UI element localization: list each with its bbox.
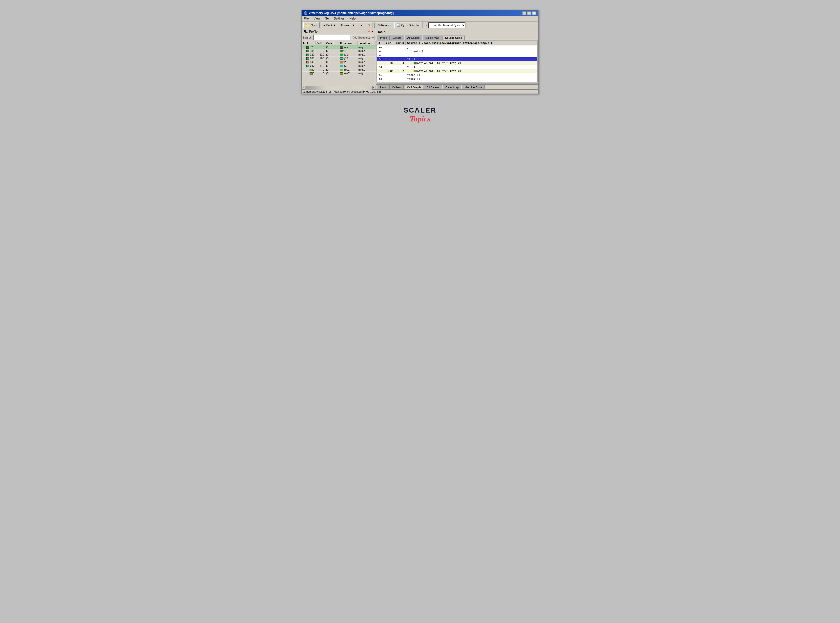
cg-scroll-left[interactable]: ◄ — [377, 83, 380, 84]
col-function[interactable]: Function — [339, 41, 357, 45]
up-button[interactable]: ▲ Up ▼ — [358, 22, 373, 28]
menu-help[interactable]: Help — [349, 16, 357, 21]
source-row[interactable]: 140 7 Active call to 'f2' (mfg.c) — [377, 69, 537, 73]
separator-2 — [424, 23, 424, 28]
tab-callers[interactable]: Callers — [390, 35, 404, 40]
src-color — [414, 70, 417, 72]
src-curBk — [394, 81, 406, 83]
menu-file[interactable]: File — [303, 16, 309, 21]
close-button[interactable]: ✕ — [532, 11, 536, 15]
scroll-left-button[interactable]: ◄ — [302, 86, 305, 90]
cell-function: g11 — [339, 53, 357, 57]
scroll-right-button[interactable]: ► — [372, 86, 376, 90]
src-color — [414, 62, 417, 64]
tab-parts[interactable]: Parts — [377, 85, 389, 89]
source-tbody: 47 } 48 int main() 49 { 50 f1(); 388 34 — [377, 45, 537, 83]
source-row[interactable]: 52 freeX(); — [377, 73, 537, 77]
src-source: Active call to 'f2' (mfg.c) — [406, 69, 537, 73]
source-row[interactable]: 54 return 0; — [377, 81, 537, 83]
source-row[interactable]: 50 f1(); — [377, 57, 537, 61]
left-panel: Flat Profile 📌 ✕ Search: (No Grouping) — [302, 29, 376, 89]
col-incl[interactable]: Incl. — [302, 41, 315, 45]
cell-self: 140 — [315, 64, 325, 68]
watermark-topics: Topics — [410, 114, 430, 123]
table-row[interactable]: 0 0 (0) freeY mfg.c — [302, 71, 376, 75]
relative-button[interactable]: % Relative — [376, 22, 394, 28]
cg-scroll-right[interactable]: ► — [531, 83, 534, 84]
menu-settings[interactable]: Settings — [333, 16, 345, 21]
cg-h-track[interactable] — [380, 83, 531, 84]
source-row[interactable]: 49 { — [377, 53, 537, 57]
col-self[interactable]: Self — [315, 41, 325, 45]
menu-bar: File View Go Settings Help — [302, 16, 538, 21]
scroll-up-button[interactable]: ▲ — [534, 84, 538, 84]
forward-button[interactable]: Forward ▼ — [339, 22, 357, 28]
tab-call-graph[interactable]: Call Graph — [404, 85, 423, 89]
tab-callee-map[interactable]: Callee Map — [423, 35, 442, 40]
minimize-button[interactable]: _ — [522, 11, 526, 15]
col-called[interactable]: Called — [325, 41, 339, 45]
source-row[interactable]: 47 } — [377, 45, 537, 49]
table-row[interactable]: 0 0 (0) freeX mfg.c — [302, 68, 376, 71]
color-indicator — [306, 65, 309, 68]
cell-incl: 0 — [302, 68, 315, 71]
cell-location: mfg.c — [357, 64, 376, 68]
table-row[interactable]: 388 0 (0) f1 mfg.c — [302, 49, 376, 53]
col-location[interactable]: Location — [357, 41, 376, 45]
h-scroll-track[interactable] — [305, 86, 372, 90]
cell-called: (0) — [325, 71, 339, 75]
tab-caller-map[interactable]: Caller Map — [443, 85, 461, 89]
search-input[interactable] — [313, 35, 350, 40]
maximize-button[interactable]: □ — [527, 11, 531, 15]
menu-go[interactable]: Go — [324, 16, 330, 21]
src-line: 52 — [377, 73, 385, 77]
table-row[interactable]: 528 0 (0) main mfg.c — [302, 45, 376, 49]
table-row[interactable]: 140 0 (0) f2 mfg.c — [302, 60, 376, 64]
tab-all-callees[interactable]: All Callees — [424, 85, 442, 89]
close-panel-button[interactable]: ✕ — [371, 30, 374, 33]
src-curB — [385, 81, 394, 83]
source-row[interactable]: 388 34 Active call to 'f1' (mfg.c) — [377, 61, 537, 65]
cell-function: freeX — [339, 68, 357, 71]
main-window: xtmemory.kcg.6274 [/home/philippe/valgri… — [302, 10, 538, 94]
source-row[interactable]: 53 freeY(); — [377, 77, 537, 81]
src-col-line[interactable]: # — [377, 41, 385, 45]
table-row[interactable]: 168 168 (0) g12 mfg.c — [302, 57, 376, 60]
table-row[interactable]: 140 140 (0) g2 mfg.c — [302, 64, 376, 68]
cell-incl: 528 — [302, 45, 315, 49]
src-col-source[interactable]: Source ('/home/philippe/valgrind/littlep… — [406, 41, 537, 45]
cell-self: 0 — [315, 71, 325, 75]
source-row[interactable]: 48 int main() — [377, 49, 537, 53]
metric-selector[interactable]: currently allocated Bytes — [428, 23, 465, 28]
tab-callees[interactable]: Callees — [389, 85, 404, 89]
watermark: SCALER Topics — [403, 106, 436, 123]
src-line: 47 — [377, 45, 385, 49]
source-row[interactable]: 51 f2(); — [377, 65, 537, 69]
open-button[interactable]: 📁 Open — [303, 22, 320, 28]
tab-types[interactable]: Types — [377, 35, 389, 40]
table-row[interactable]: 220 220 (0) g11 mfg.c — [302, 53, 376, 57]
src-col-curB[interactable]: curB — [385, 41, 394, 45]
cg-h-scrollbar[interactable]: ◄ ► — [377, 83, 534, 84]
function-title: main — [376, 29, 538, 35]
cell-function: g12 — [339, 57, 357, 60]
src-col-curBk[interactable]: curBk — [394, 41, 406, 45]
tab-source-code[interactable]: Source Code — [443, 35, 465, 40]
tab-all-callers[interactable]: All Callers — [405, 35, 423, 40]
grouping-select[interactable]: (No Grouping) — [351, 35, 375, 40]
cycle-detection-button[interactable]: 🔄 Cycle Detection — [394, 22, 423, 28]
h-scrollbar[interactable]: ◄ ► — [302, 86, 376, 89]
tab-machine-code[interactable]: Machine Code — [462, 85, 485, 89]
cell-location: mfg.c — [357, 68, 376, 71]
cell-incl: 388 — [302, 49, 315, 53]
search-bar: Search: (No Grouping) — [302, 34, 376, 41]
menu-view[interactable]: View — [312, 16, 321, 21]
back-button[interactable]: ◄ Back ▼ — [321, 22, 338, 28]
func-color — [340, 72, 343, 75]
src-source: f2(); — [406, 65, 537, 69]
window-title: xtmemory.kcg.6274 [/home/philippe/valgri… — [309, 11, 394, 15]
src-line: 50 — [377, 57, 385, 61]
cell-function: f2 — [339, 60, 357, 64]
cell-self: 0 — [315, 60, 325, 64]
pin-button[interactable]: 📌 — [367, 30, 370, 33]
